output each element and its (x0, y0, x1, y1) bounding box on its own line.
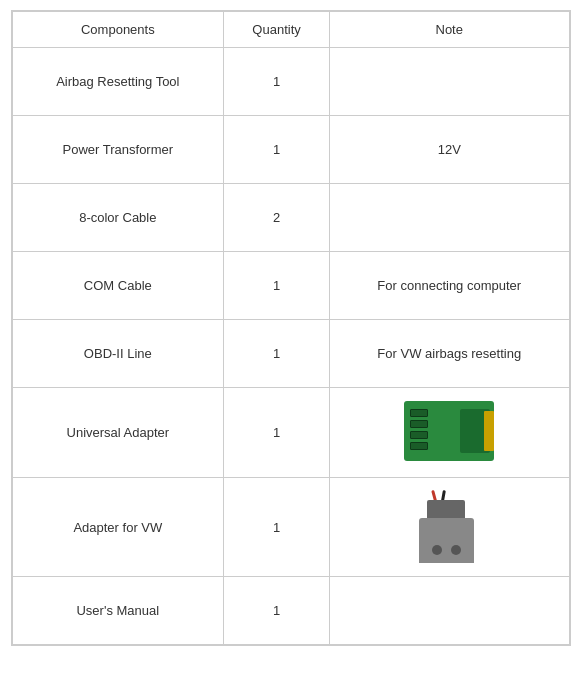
header-components: Components (12, 12, 224, 48)
table-row: OBD-II Line 1 For VW airbags resetting (12, 320, 569, 388)
component-note (329, 48, 569, 116)
component-quantity: 1 (224, 577, 330, 645)
component-name: 8-color Cable (12, 184, 224, 252)
component-name: User's Manual (12, 577, 224, 645)
component-name: Power Transformer (12, 116, 224, 184)
table-row: Airbag Resetting Tool 1 (12, 48, 569, 116)
table-row: User's Manual 1 (12, 577, 569, 645)
component-quantity: 1 (224, 320, 330, 388)
table-row: COM Cable 1 For connecting computer (12, 252, 569, 320)
component-note-image (329, 478, 569, 577)
screw-right (451, 545, 461, 555)
component-quantity: 1 (224, 478, 330, 577)
component-name: Airbag Resetting Tool (12, 48, 224, 116)
components-table: Components Quantity Note Airbag Resettin… (11, 10, 571, 646)
component-name: Adapter for VW (12, 478, 224, 577)
component-quantity: 1 (224, 388, 330, 478)
pcb-chip (410, 420, 428, 428)
component-note: 12V (329, 116, 569, 184)
component-name: COM Cable (12, 252, 224, 320)
component-note (329, 184, 569, 252)
component-note-image (329, 388, 569, 478)
component-quantity: 1 (224, 252, 330, 320)
pcb-connector (484, 411, 494, 451)
table-row: Adapter for VW 1 (12, 478, 569, 577)
header-quantity: Quantity (224, 12, 330, 48)
component-note: For VW airbags resetting (329, 320, 569, 388)
pcb-image (404, 401, 494, 461)
adapter-port (427, 500, 465, 518)
table-row: 8-color Cable 2 (12, 184, 569, 252)
pcb-chip (410, 431, 428, 439)
pcb-chip (410, 409, 428, 417)
table-row: Universal Adapter 1 (12, 388, 569, 478)
component-quantity: 1 (224, 48, 330, 116)
component-note (329, 577, 569, 645)
pcb-chips (410, 409, 428, 450)
component-note: For connecting computer (329, 252, 569, 320)
table-row: Power Transformer 1 12V (12, 116, 569, 184)
component-quantity: 1 (224, 116, 330, 184)
component-name: Universal Adapter (12, 388, 224, 478)
screw-left (432, 545, 442, 555)
pcb-chip (410, 442, 428, 450)
adapter-body (419, 518, 474, 563)
component-quantity: 2 (224, 184, 330, 252)
component-name: OBD-II Line (12, 320, 224, 388)
vw-adapter-image (409, 488, 489, 563)
header-note: Note (329, 12, 569, 48)
